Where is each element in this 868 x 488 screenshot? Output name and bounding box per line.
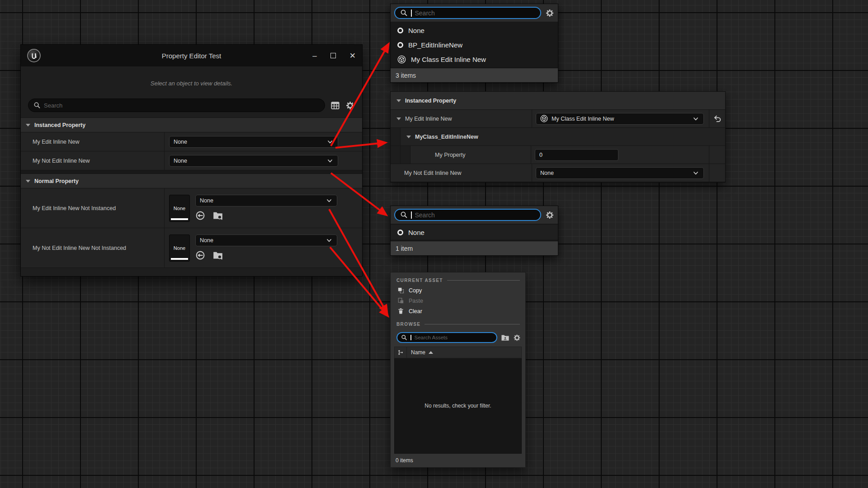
class-search-input[interactable] [415, 211, 536, 219]
option-label: BP_EditInlineNew [408, 41, 462, 49]
browse-to-asset-icon[interactable] [212, 250, 223, 260]
folder-icon[interactable] [501, 334, 509, 342]
asset-combobox[interactable]: None [195, 195, 337, 206]
details-section-header[interactable]: Instanced Property [391, 92, 725, 110]
menu-item-label: Copy [409, 287, 422, 294]
search-input[interactable] [44, 102, 320, 109]
property-label: My Not Edit Inline New [404, 170, 461, 176]
rail-spacer [709, 146, 725, 164]
class-picker-popup-small: None 1 item [390, 206, 558, 256]
instanced-class-combobox[interactable]: My Class Edit Inline New [536, 113, 704, 125]
paste-icon [397, 297, 404, 304]
search-icon [33, 102, 41, 109]
none-ring-icon [397, 230, 403, 235]
thumbnail-label: None [174, 245, 185, 251]
empty-results-message: No results, check your filter. [425, 403, 491, 409]
maximize-icon [330, 53, 336, 58]
my-property-input[interactable] [539, 152, 612, 158]
section-instanced-property[interactable]: Instanced Property [21, 118, 362, 132]
combo-value: None [200, 197, 322, 204]
my-property-number-field[interactable] [535, 149, 618, 161]
option-label: None [408, 27, 425, 34]
text-cursor [411, 9, 412, 17]
menu-item-copy[interactable]: Copy [391, 285, 525, 296]
use-selected-asset-icon[interactable] [195, 250, 205, 260]
select-object-hint: Select an object to view details. [21, 80, 362, 87]
indent-guide [391, 146, 401, 164]
property-label: My Not Edit Inline New Not Instanced [21, 228, 165, 267]
my-not-edit-inline-new-combobox[interactable]: None [169, 155, 338, 167]
settings-gear-icon[interactable] [545, 9, 554, 18]
asset-results-area: No results, check your filter. [394, 358, 522, 454]
details-search-field[interactable] [28, 99, 325, 112]
class-option-bp-editinlinenew[interactable]: BP_EditInlineNew [391, 38, 558, 52]
property-label: My Edit Inline New Not Instanced [21, 188, 165, 228]
property-label: My Edit Inline New [405, 116, 452, 122]
class-option-none[interactable]: None [391, 23, 558, 38]
class-cube-icon [397, 55, 406, 64]
class-search-field[interactable] [394, 7, 541, 19]
item-count-footer: 3 items [391, 68, 558, 82]
browse-section-header: BROWSE [396, 322, 520, 327]
blueprint-grid-background: Property Editor Test – ✕ Select an objec… [0, 0, 868, 488]
column-label: Name [411, 349, 425, 356]
reset-to-default-icon[interactable] [713, 114, 722, 123]
search-icon [401, 334, 407, 341]
expander-triangle-icon [406, 136, 411, 138]
search-icon [400, 9, 408, 17]
class-search-field[interactable] [394, 209, 541, 221]
rail-spacer [709, 164, 725, 182]
settings-gear-icon[interactable] [345, 101, 355, 110]
close-button[interactable]: ✕ [349, 52, 356, 60]
section-normal-property[interactable]: Normal Property [21, 174, 362, 188]
details-row-my-edit-inline-new: My Edit Inline New My Class Edit Inline … [391, 110, 725, 128]
none-ring-icon [397, 42, 403, 48]
chevron-down-icon [326, 157, 334, 164]
my-edit-inline-new-combobox[interactable]: None [169, 136, 338, 148]
item-count-footer: 1 item [391, 241, 558, 255]
row-my-not-edit-inline-new-not-instanced: My Not Edit Inline New Not Instanced Non… [21, 228, 362, 268]
details-row-my-property: My Property [391, 146, 725, 164]
menu-item-paste[interactable]: Paste [391, 296, 525, 306]
display-options-icon[interactable] [330, 101, 340, 110]
window-titlebar[interactable]: Property Editor Test – ✕ [21, 45, 362, 66]
text-cursor [410, 335, 411, 340]
trash-icon [397, 308, 404, 314]
asset-thumbnail[interactable]: None [169, 195, 190, 222]
row-my-not-edit-inline-new: My Not Edit Inline New None [21, 151, 362, 170]
asset-search-input[interactable] [415, 335, 493, 340]
settings-gear-icon[interactable] [545, 211, 554, 220]
asset-count-footer: 0 items [391, 454, 525, 467]
asset-combobox[interactable]: None [195, 235, 337, 246]
class-search-input[interactable] [415, 9, 536, 17]
class-option-none[interactable]: None [391, 225, 558, 239]
asset-search-field[interactable] [396, 332, 497, 343]
text-cursor [411, 211, 412, 219]
column-header-name[interactable]: Name [407, 347, 433, 358]
browse-to-asset-icon[interactable] [212, 211, 223, 221]
subobject-label: MyClass_EditInlineNew [415, 134, 478, 140]
row-my-edit-inline-new: My Edit Inline New None [21, 132, 362, 151]
column-tree-toggle[interactable] [395, 347, 407, 358]
use-selected-asset-icon[interactable] [195, 211, 205, 221]
not-instanced-class-combobox[interactable]: None [536, 167, 704, 179]
section-title: Instanced Property [405, 98, 456, 104]
option-label: My Class Edit Inline New [411, 56, 486, 63]
asset-thumbnail[interactable]: None [169, 235, 190, 262]
details-row-subobject[interactable]: MyClass_EditInlineNew [391, 128, 725, 146]
menu-item-label: Clear [409, 308, 422, 314]
asset-picker-menu: CURRENT ASSET Copy Paste Clear BROWSE [390, 272, 526, 468]
section-label: CURRENT ASSET [396, 278, 443, 283]
chevron-down-icon [692, 115, 699, 122]
chevron-down-icon [326, 197, 333, 204]
expander-triangle-icon [26, 124, 30, 127]
class-option-my-class-edit-inline-new[interactable]: My Class Edit Inline New [391, 52, 558, 66]
maximize-button[interactable] [330, 52, 336, 60]
option-label: None [408, 229, 425, 236]
settings-gear-icon[interactable] [513, 334, 521, 342]
minimize-button[interactable]: – [312, 52, 316, 60]
menu-item-clear[interactable]: Clear [391, 306, 525, 316]
combo-value: None [174, 158, 323, 164]
chevron-down-icon [692, 169, 699, 177]
thumbnail-underline [171, 218, 188, 220]
